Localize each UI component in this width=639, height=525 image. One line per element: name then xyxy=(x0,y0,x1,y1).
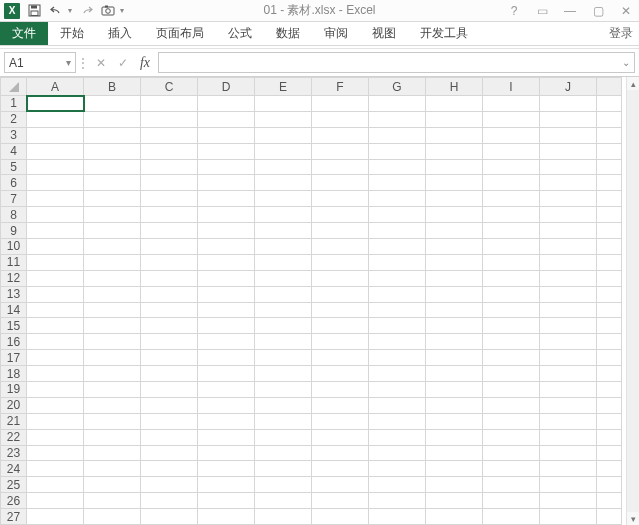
cell[interactable] xyxy=(141,334,198,350)
insert-function-button[interactable]: fx xyxy=(134,49,156,76)
cell[interactable] xyxy=(84,461,141,477)
cell[interactable] xyxy=(198,429,255,445)
cell[interactable] xyxy=(27,286,84,302)
cell[interactable] xyxy=(369,111,426,127)
cell[interactable] xyxy=(255,286,312,302)
cell[interactable] xyxy=(198,461,255,477)
row-header[interactable]: 25 xyxy=(1,477,27,493)
cell[interactable] xyxy=(141,127,198,143)
cell[interactable] xyxy=(27,175,84,191)
cell-overflow[interactable] xyxy=(597,159,622,175)
cell[interactable] xyxy=(84,254,141,270)
cell[interactable] xyxy=(312,509,369,525)
cell[interactable] xyxy=(426,254,483,270)
cell[interactable] xyxy=(369,382,426,398)
cell[interactable] xyxy=(198,239,255,255)
cell-overflow[interactable] xyxy=(597,111,622,127)
cell[interactable] xyxy=(27,207,84,223)
column-header[interactable]: G xyxy=(369,78,426,96)
cell[interactable] xyxy=(312,159,369,175)
cell-overflow[interactable] xyxy=(597,477,622,493)
cell[interactable] xyxy=(483,191,540,207)
undo-dropdown-caret[interactable]: ▾ xyxy=(68,6,72,15)
cell[interactable] xyxy=(483,270,540,286)
cell[interactable] xyxy=(540,175,597,191)
cell[interactable] xyxy=(426,382,483,398)
cell[interactable] xyxy=(312,493,369,509)
tab-insert[interactable]: 插入 xyxy=(96,22,144,45)
minimize-button[interactable]: — xyxy=(561,3,579,19)
row-header[interactable]: 23 xyxy=(1,445,27,461)
cell[interactable] xyxy=(540,461,597,477)
cell[interactable] xyxy=(255,397,312,413)
expand-formula-bar-button[interactable]: ⌄ xyxy=(617,52,635,73)
cell[interactable] xyxy=(426,223,483,239)
cell[interactable] xyxy=(426,334,483,350)
cell[interactable] xyxy=(483,318,540,334)
cell[interactable] xyxy=(540,159,597,175)
cell[interactable] xyxy=(540,191,597,207)
cell[interactable] xyxy=(198,96,255,112)
cell[interactable] xyxy=(255,96,312,112)
row-header[interactable]: 19 xyxy=(1,382,27,398)
cell[interactable] xyxy=(84,366,141,382)
cell[interactable] xyxy=(540,143,597,159)
cell[interactable] xyxy=(255,270,312,286)
cell[interactable] xyxy=(426,127,483,143)
cell[interactable] xyxy=(426,286,483,302)
cell-overflow[interactable] xyxy=(597,382,622,398)
name-box-caret-icon[interactable]: ▾ xyxy=(66,57,71,68)
cell[interactable] xyxy=(483,413,540,429)
cell[interactable] xyxy=(540,382,597,398)
cell-overflow[interactable] xyxy=(597,493,622,509)
cell[interactable] xyxy=(540,334,597,350)
cell[interactable] xyxy=(198,334,255,350)
cell[interactable] xyxy=(198,159,255,175)
cell[interactable] xyxy=(27,254,84,270)
formula-input[interactable] xyxy=(163,56,613,70)
cell[interactable] xyxy=(483,143,540,159)
row-header[interactable]: 5 xyxy=(1,159,27,175)
cell[interactable] xyxy=(84,159,141,175)
cell[interactable] xyxy=(141,413,198,429)
cell[interactable] xyxy=(198,509,255,525)
cell[interactable] xyxy=(540,127,597,143)
cell[interactable] xyxy=(198,223,255,239)
cell-overflow[interactable] xyxy=(597,429,622,445)
cell[interactable] xyxy=(255,493,312,509)
tab-data[interactable]: 数据 xyxy=(264,22,312,45)
row-header[interactable]: 13 xyxy=(1,286,27,302)
cell[interactable] xyxy=(141,111,198,127)
row-header[interactable]: 27 xyxy=(1,509,27,525)
cell-overflow[interactable] xyxy=(597,96,622,112)
cell[interactable] xyxy=(369,413,426,429)
cell[interactable] xyxy=(141,429,198,445)
cell[interactable] xyxy=(483,159,540,175)
cell[interactable] xyxy=(27,477,84,493)
cell[interactable] xyxy=(483,477,540,493)
name-box[interactable]: ▾ xyxy=(4,52,76,73)
cell[interactable] xyxy=(84,445,141,461)
cell[interactable] xyxy=(426,429,483,445)
cell[interactable] xyxy=(27,318,84,334)
row-header[interactable]: 12 xyxy=(1,270,27,286)
cell[interactable] xyxy=(27,270,84,286)
cell-overflow[interactable] xyxy=(597,509,622,525)
cell[interactable] xyxy=(27,159,84,175)
tab-developer[interactable]: 开发工具 xyxy=(408,22,480,45)
cell[interactable] xyxy=(198,493,255,509)
cell[interactable] xyxy=(27,96,84,112)
cell[interactable] xyxy=(483,397,540,413)
cell-overflow[interactable] xyxy=(597,445,622,461)
cell[interactable] xyxy=(483,254,540,270)
cell[interactable] xyxy=(369,366,426,382)
cell[interactable] xyxy=(426,191,483,207)
cell[interactable] xyxy=(369,318,426,334)
cell-overflow[interactable] xyxy=(597,270,622,286)
cell[interactable] xyxy=(255,350,312,366)
cell[interactable] xyxy=(198,382,255,398)
row-header[interactable]: 2 xyxy=(1,111,27,127)
cell[interactable] xyxy=(198,191,255,207)
cell[interactable] xyxy=(426,143,483,159)
cell[interactable] xyxy=(84,191,141,207)
